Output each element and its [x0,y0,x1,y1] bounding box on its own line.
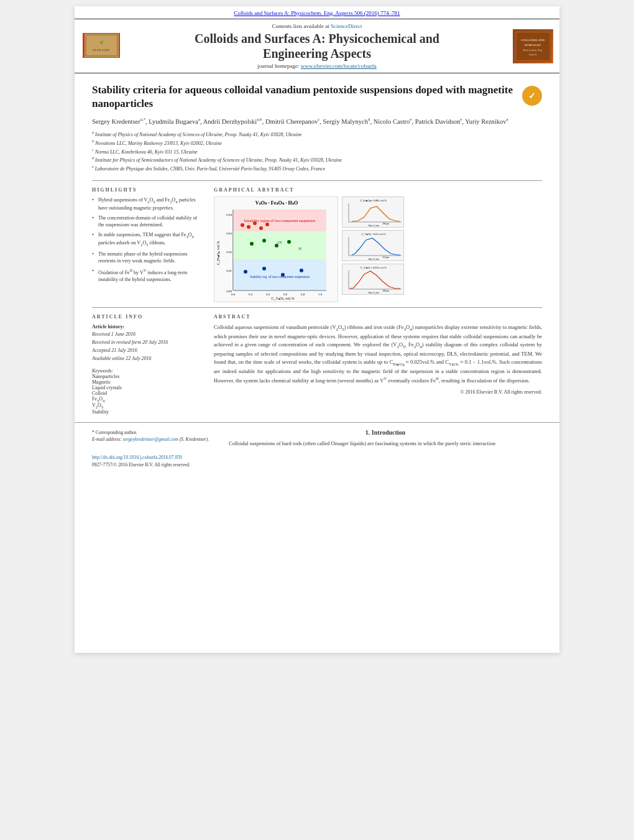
affiliation-d: d Institute for Physics of Semiconductor… [92,155,542,164]
doi-text: http://dx.doi.org/10.1016/j.colsurfa.201… [92,455,182,460]
keyword-5: Fe3O4 [92,396,204,403]
homepage-url: www.elsevier.com/locate/colsurfa [301,63,377,69]
svg-text:0.02: 0.02 [226,251,232,254]
svg-text:Size d, nm: Size d, nm [369,224,380,228]
affiliation-a: a Institute of Physics of National Acade… [92,130,542,139]
svg-text:✓: ✓ [528,91,536,101]
svg-text:I/N: I/N [277,241,282,244]
journal-title-line2: Engineering Aspects [263,47,371,60]
intro-col: 1. Introduction Colloidal suspensions of… [229,429,542,468]
history-label: Article history: [92,324,124,330]
svg-point-35 [259,226,263,230]
svg-point-39 [275,244,278,247]
journal-title: Colloids and Surfaces A: Physicochemical… [128,31,506,61]
affiliation-b: b Novations LLC, Mariny Raskovoy 23/813,… [92,139,542,147]
journal-link[interactable]: Colloids and Surfaces A: Physicochem. En… [234,10,400,16]
article-info-title: ARTICLE INFO [92,314,204,320]
side-charts: C_Fe₃O₄= 0.002 vol.% Size d, nm 200 μm [342,196,404,295]
abstract-text: Colloidal aqueous suspensions of vanadiu… [214,323,542,385]
highlight-item-5: Oxidation of FeII by VV induces a long-t… [92,267,204,283]
svg-point-34 [253,221,257,225]
svg-point-44 [300,269,303,272]
size-distribution-chart-3: C_V₂O₅= 0.031 vol.% Size d, nm 200 μm [342,264,404,295]
highlight-item-2: The concentration domain of colloidal st… [92,215,204,228]
elsevier-logo-image: 🌿 ELSEVIER [83,33,120,58]
svg-text:N: N [298,246,301,251]
keyword-6: V2O5 [92,402,204,409]
svg-text:C_Fe₃O₄, vol.%: C_Fe₃O₄, vol.% [216,241,220,265]
intro-heading: 1. Introduction [229,429,542,436]
email-label: E-mail address: [92,436,122,442]
svg-text:1.0: 1.0 [318,293,323,296]
sciencedirect-link[interactable]: ScienceDirect [331,23,362,29]
affiliation-c: c Norma LLC, Kotebrikova 46, Kyiv 031 15… [92,147,542,156]
revised-date: Received in revised form 20 July 2016 [92,339,168,345]
right-logo-image: COLLOIDS AND SURFACES Physicochem. Eng. … [513,29,553,63]
corresponding-note: * Corresponding author. E-mail address: … [92,429,216,443]
journal-citation: Colloids and Surfaces A: Physicochem. En… [75,6,559,19]
keyword-2: Magnetic [92,379,204,385]
elsevier-logo-block: 🌿 ELSEVIER [80,23,123,69]
corresponding-label: * Corresponding author. [92,430,137,435]
svg-text:C_V₂O₅, vol.%: C_V₂O₅, vol.% [272,297,295,300]
crossmark-icon: ✓ [522,86,542,106]
graphical-abstract-title: GRAPHICAL ABSTRACT [214,187,542,193]
email-link[interactable]: sergeykredentser@gmail.com [123,436,180,442]
svg-point-40 [287,240,291,244]
crossmark-badge[interactable]: ✓ [522,86,542,106]
email-suffix: (S. Kredentser). [180,436,209,442]
highlight-item-3: In stable suspensions, TEM suggests that… [92,231,204,247]
svg-point-32 [241,223,244,227]
svg-text:V₂O₅ - Fe₃O₄ - H₂O: V₂O₅ - Fe₃O₄ - H₂O [255,200,298,206]
svg-text:200 μm: 200 μm [382,223,389,225]
highlight-item-4: The nematic phase of the hybrid suspensi… [92,251,204,264]
homepage-label: journal homepage: [257,63,299,69]
highlights-col: HIGHLIGHTS Hybrid suspensions of V2O5 an… [92,187,204,302]
size-distribution-chart-1: C_Fe₃O₄= 0.002 vol.% Size d, nm 200 μm [342,196,404,228]
highlights-title: HIGHLIGHTS [92,187,204,193]
bottom-section: * Corresponding author. E-mail address: … [75,422,559,474]
highlight-item-1: Hybrid suspensions of V2O5 and Fe3O4 par… [92,196,204,211]
article-title: Stability criteria for aqueous colloidal… [92,83,516,111]
highlights-list: Hybrid suspensions of V2O5 and Fe3O4 par… [92,196,204,284]
keyword-7: Stability [92,409,204,415]
svg-rect-0 [85,34,119,57]
svg-text:Size d, nm: Size d, nm [369,257,380,261]
citation-text: Colloids and Surfaces A: Physicochem. En… [234,10,400,16]
issn-line: 0927-7757/© 2016 Elsevier B.V. All right… [92,461,216,468]
keywords-block: Keywords: Nanoparticles Magnetic Liquid … [92,368,204,415]
page: Colloids and Surfaces A: Physicochem. En… [75,6,559,653]
svg-text:0.2: 0.2 [249,293,253,296]
footnotes-col: * Corresponding author. E-mail address: … [92,429,216,468]
doi-link[interactable]: http://dx.doi.org/10.1016/j.colsurfa.201… [92,455,182,460]
svg-text:0.4: 0.4 [266,293,270,296]
svg-point-36 [265,223,269,226]
info-abstract-row: ARTICLE INFO Article history: Received 1… [92,314,542,415]
sciencedirect-text: ScienceDirect [331,23,362,29]
svg-text:Stability reg. of two-componen: Stability reg. of two-component suspensi… [250,275,310,279]
copyright-notice: © 2016 Elsevier B.V. All rights reserved… [214,389,542,395]
divider-2 [92,307,542,308]
received-date: Received 1 June 2016 [92,331,136,337]
right-logo-block: COLLOIDS AND SURFACES Physicochem. Eng. … [511,23,554,69]
graphical-abstract-content: V₂O₅ - Fe₃O₄ - H₂O C_Fe₃O₄, vol.% C_V₂O₅… [214,196,542,302]
keywords-label: Keywords: [92,368,204,374]
svg-text:ELSEVIER: ELSEVIER [92,48,110,52]
svg-text:C_V₂O₅= 0.031 vol.%: C_V₂O₅= 0.031 vol.% [361,266,387,269]
svg-point-38 [262,239,266,242]
homepage-link[interactable]: www.elsevier.com/locate/colsurfa [301,63,377,69]
graphical-abstract-col: GRAPHICAL ABSTRACT V₂O₅ - Fe₃O₄ - H₂O [214,187,542,302]
issn-text: 0927-7757/© 2016 Elsevier B.V. All right… [92,462,190,468]
svg-text:COLLOIDS AND: COLLOIDS AND [520,38,544,41]
highlights-abstract-row: HIGHLIGHTS Hybrid suspensions of V2O5 an… [92,187,542,302]
article-history: Article history: Received 1 June 2016 Re… [92,323,204,363]
email-text: sergeykredentser@gmail.com [123,436,178,442]
phase-diagram: V₂O₅ - Fe₃O₄ - H₂O C_Fe₃O₄, vol.% C_V₂O₅… [214,196,338,302]
journal-title-line1: Colloids and Surfaces A: Physicochemical… [195,32,439,45]
svg-text:0.8: 0.8 [301,293,305,296]
svg-text:🌿: 🌿 [99,40,103,45]
accepted-date: Accepted 21 July 2016 [92,348,137,353]
svg-text:0.04: 0.04 [226,213,232,216]
svg-text:0.6: 0.6 [283,293,288,296]
affiliations: a Institute of Physics of National Acade… [92,130,542,172]
